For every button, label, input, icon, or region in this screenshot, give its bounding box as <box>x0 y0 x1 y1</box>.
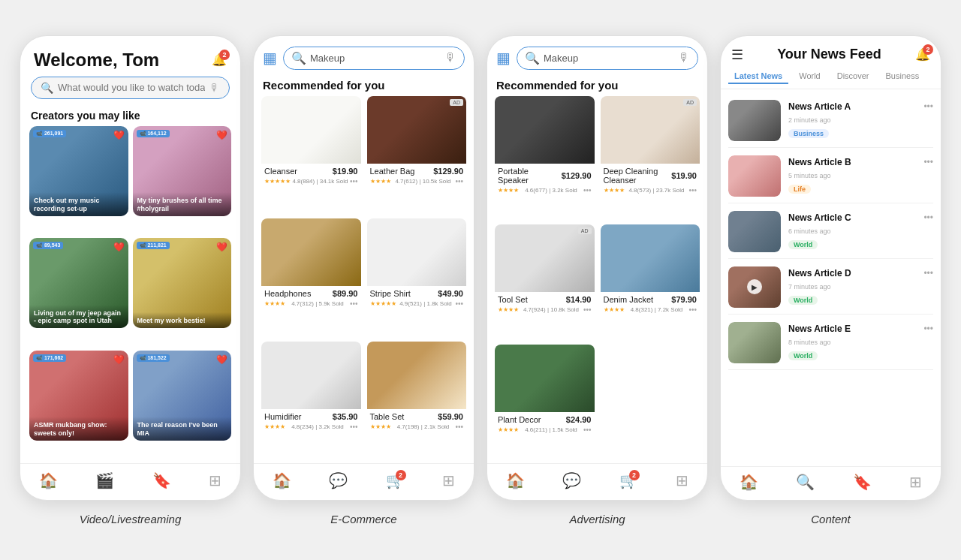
cart-badge-p2: 2 <box>396 470 406 480</box>
phone1-search-bar[interactable]: 🔍 🎙 <box>31 77 230 99</box>
product-cleanser-ad[interactable]: AD Deep Cleaning Cleanser $19.90 ★★★★ 4.… <box>601 96 700 219</box>
nav-cart-p3[interactable]: 🛒2 <box>619 471 638 489</box>
nav-home-icon[interactable]: 🏠 <box>39 471 58 489</box>
creator-card-2[interactable]: 📹 164,112 ❤️ My tiny brushes of all time… <box>133 126 232 216</box>
news-item-c[interactable]: News Article C ••• 6 minutes ago World <box>728 205 933 259</box>
creator-card-3[interactable]: 📹 89,543 ❤️ Living out of my jeep again … <box>29 238 128 328</box>
microphone-icon-p3[interactable]: 🎙 <box>678 51 690 65</box>
table-menu[interactable]: ••• <box>455 423 463 431</box>
nav-bookmark-p4[interactable]: 🔖 <box>853 473 872 491</box>
humidifier-menu[interactable]: ••• <box>350 423 358 431</box>
news-more-b[interactable]: ••• <box>923 157 933 167</box>
creator1-meta: 📹 261,091 <box>33 130 66 137</box>
barcode-icon-p3[interactable]: ▦ <box>496 49 511 67</box>
plant-stars: ★★★★ <box>498 426 519 433</box>
cleanser-menu[interactable]: ••• <box>350 177 358 185</box>
shirt-stars: ★★★★★ <box>370 300 396 307</box>
microphone-icon[interactable]: 🎙 <box>209 82 220 94</box>
creator2-overlay: My tiny brushes of all time #holygrail <box>133 192 232 216</box>
news-meta-e: News Article E ••• <box>788 324 933 334</box>
nav-grid-icon-p2[interactable]: ⊞ <box>442 471 455 489</box>
news-more-a[interactable]: ••• <box>923 101 933 112</box>
creator-card-4[interactable]: 📹 211,821 ❤️ Meet my work bestie! <box>133 238 232 328</box>
news-thumb-e <box>728 322 781 363</box>
leather-name: Leather Bag <box>370 167 415 176</box>
shirt-menu[interactable]: ••• <box>455 300 463 308</box>
news-thumb-d: ▶ <box>728 266 781 308</box>
microphone-icon-ecom[interactable]: 🎙 <box>444 51 456 65</box>
product-shirt[interactable]: Stripe Shirt $49.90 ★★★★★ 4.9(521) | 1.8… <box>367 218 467 336</box>
phone2-search-bar[interactable]: 🔍 🎙 <box>283 47 465 70</box>
news-body-a: News Article A ••• 2 minutes ago Busines… <box>788 100 933 139</box>
phone3-search-bar[interactable]: 🔍 🎙 <box>517 47 698 70</box>
product-table[interactable]: Table Set $59.90 ★★★★ 4.7(198) | 2.1k So… <box>367 342 467 459</box>
leather-stars: ★★★★ <box>370 178 391 185</box>
toolset-menu[interactable]: ••• <box>583 306 592 314</box>
jacket-menu[interactable]: ••• <box>688 306 697 314</box>
creator4-meta: 📹 211,821 <box>137 242 170 249</box>
nav-grid-p3[interactable]: ⊞ <box>676 471 688 489</box>
news-item-d[interactable]: ▶ News Article D ••• 7 minutes ago World <box>728 260 933 315</box>
phone1-header: Welcome, Tom 🔔 2 <box>20 36 240 77</box>
cleanser-price: $19.90 <box>333 167 358 176</box>
plant-menu[interactable]: ••• <box>583 426 592 434</box>
notification-badge[interactable]: 🔔 2 <box>212 53 227 67</box>
creator-card-5[interactable]: 📹 171,662 ❤️ ASMR mukbang show: sweets o… <box>29 351 128 441</box>
speaker-menu[interactable]: ••• <box>583 186 592 194</box>
product-humidifier[interactable]: Humidifier $35.90 ★★★★ 4.8(234) | 3.2k S… <box>261 342 361 459</box>
news-more-c[interactable]: ••• <box>923 212 933 223</box>
hamburger-icon[interactable]: ☰ <box>731 47 743 63</box>
product-cleanser-image <box>261 96 361 164</box>
tab-latest-news[interactable]: Latest News <box>728 69 788 84</box>
nav-grid-p4[interactable]: ⊞ <box>909 473 922 491</box>
product-toolset-image <box>495 224 595 292</box>
leather-menu[interactable]: ••• <box>455 177 463 185</box>
product-humidifier-info: Humidifier $35.90 ★★★★ 4.8(234) | 3.2k S… <box>261 409 361 432</box>
notification-count: 2 <box>219 50 230 60</box>
phone3-search-input[interactable] <box>544 53 674 64</box>
play-button-d[interactable]: ▶ <box>747 279 762 294</box>
nav-bookmark-icon[interactable]: 🔖 <box>152 471 171 489</box>
product-headphones[interactable]: Headphones $89.90 ★★★★ 4.7(312) | 5.9k S… <box>261 218 361 336</box>
product-plant-image <box>495 345 595 412</box>
news-meta-c: News Article C ••• <box>788 212 933 223</box>
tab-world[interactable]: World <box>793 69 827 84</box>
nav-search-p4[interactable]: 🔍 <box>796 473 815 491</box>
product-jacket-info: Denim Jacket $79.90 ★★★★ 4.8(321) | 7.2k… <box>601 292 700 315</box>
nav-home-p3[interactable]: 🏠 <box>506 471 525 489</box>
nav-home-p4[interactable]: 🏠 <box>740 473 758 491</box>
creator-card-1[interactable]: 📹 261,091 ❤️ Check out my music recordin… <box>29 126 128 216</box>
nav-home-icon-p2[interactable]: 🏠 <box>273 471 291 489</box>
phone4-header: ☰ Your News Feed 🔔 2 <box>721 36 941 69</box>
headphones-menu[interactable]: ••• <box>350 300 358 308</box>
tab-discover[interactable]: Discover <box>831 69 875 84</box>
label-advertising: Advertising <box>569 513 625 525</box>
cleanser-ad-menu[interactable]: ••• <box>688 186 697 194</box>
nav-chat-icon-p2[interactable]: 💬 <box>329 471 348 489</box>
product-plant[interactable]: Plant Decor $24.90 ★★★★ 4.6(211) | 1.5k … <box>495 345 595 459</box>
nav-chat-p3[interactable]: 💬 <box>562 471 581 489</box>
notification-badge-p4[interactable]: 🔔 2 <box>915 47 930 62</box>
product-leather-bag[interactable]: AD Leather Bag $129.90 ★★★★ 4.7(612) | 1… <box>367 96 467 213</box>
phone3-wrapper: ▦ 🔍 🎙 Recommended for you Portable Speak… <box>487 35 708 525</box>
nav-video-icon[interactable]: 🎬 <box>95 471 114 489</box>
speaker-name: Portable Speaker <box>498 167 562 185</box>
news-item-a[interactable]: News Article A ••• 2 minutes ago Busines… <box>728 94 933 148</box>
news-more-d[interactable]: ••• <box>923 268 933 278</box>
heart-icon-3: ❤️ <box>113 242 125 252</box>
nav-cart-icon-p2[interactable]: 🛒2 <box>386 471 405 489</box>
tab-business[interactable]: Business <box>880 69 926 84</box>
phone2-search-input[interactable] <box>310 53 441 64</box>
news-item-e[interactable]: News Article E ••• 8 minutes ago World <box>728 316 933 370</box>
heart-icon-1: ❤️ <box>113 130 125 140</box>
product-jacket[interactable]: Denim Jacket $79.90 ★★★★ 4.8(321) | 7.2k… <box>601 224 700 339</box>
barcode-icon[interactable]: ▦ <box>263 49 277 67</box>
news-more-e[interactable]: ••• <box>923 324 933 334</box>
product-cleanser[interactable]: Cleanser $19.90 ★★★★★ 4.8(884) | 34.1k S… <box>261 96 361 213</box>
product-speaker[interactable]: Portable Speaker $129.90 ★★★★ 4.6(677) |… <box>495 96 595 219</box>
nav-grid-icon[interactable]: ⊞ <box>209 471 221 489</box>
product-toolset[interactable]: AD Tool Set $14.90 ★★★★ 4.7(924) | 10.8k… <box>495 224 595 339</box>
creator-card-6[interactable]: 📹 181,522 ❤️ The real reason I've been M… <box>133 351 232 441</box>
phone1-search-input[interactable] <box>58 82 205 93</box>
news-item-b[interactable]: News Article B ••• 5 minutes ago Life <box>728 149 933 203</box>
